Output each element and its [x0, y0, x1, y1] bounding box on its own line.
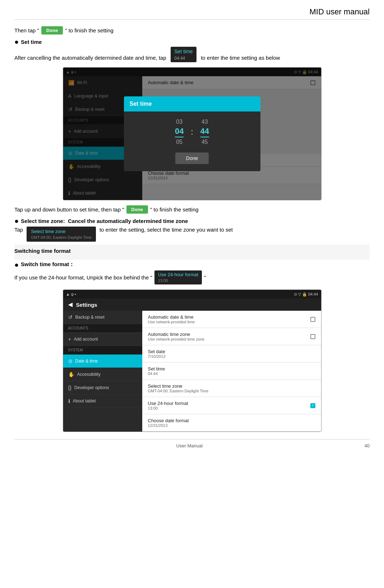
- set-date-sub: 7/10/2013: [148, 354, 166, 359]
- date-format-row-2[interactable]: Choose date format 12/31/2013: [142, 414, 321, 432]
- app-bar: ◀ Settings: [63, 298, 321, 311]
- settings-screen-2: ↺ Backup & reset ACCOUNTS + Add account …: [63, 311, 321, 432]
- switch-time-format-bullet: ● Switch time format：: [14, 261, 370, 268]
- page-title: MID user manual: [14, 7, 370, 20]
- switching-format-label: Switching time format: [14, 247, 370, 255]
- sidebar2-system-header: SYSTEM: [63, 346, 142, 355]
- tap-instruction: Tap up and down button to set time, then…: [14, 205, 370, 214]
- set-time-col: Set time 04:44: [148, 366, 165, 376]
- select-tz-bullet: ● Select time zone: Cancel the automatic…: [14, 217, 370, 224]
- time-picker: 03 04 05 : 43 44 45: [175, 119, 209, 145]
- sidebar2-developer[interactable]: {} Developer options: [63, 381, 142, 395]
- done-button-tap: Done: [126, 205, 148, 214]
- add-icon-2: +: [68, 336, 71, 342]
- page-number: 40: [365, 443, 370, 448]
- date-time-icon-2: ⊙: [68, 358, 73, 364]
- screenshot-1: ▲ ψ ▪ ⊙ ▽ 🔒 04:44 📶 Wi-Fi A Language & i…: [63, 67, 321, 200]
- set-time-body: After cancelling the automatically deter…: [14, 47, 370, 62]
- date-format-col-2: Choose date format 12/31/2013: [148, 418, 189, 428]
- backup-icon-2: ↺: [68, 314, 73, 320]
- body-text-1: After cancelling the automatically deter…: [14, 55, 166, 61]
- select-tz-sub-2: GMT-04:00, Eastern Daylight Time: [148, 389, 209, 393]
- auto-tz-sub: Use network-provided time zone: [148, 337, 205, 341]
- bullet-dot: ●: [14, 38, 19, 45]
- select-tz-label: Select time zone: Cancel the automatical…: [21, 218, 188, 224]
- dialog-body: 03 04 05 : 43 44 45 Done: [124, 111, 260, 171]
- hours-selected: 04: [175, 127, 184, 137]
- finish-setting-text: " to finish the setting: [65, 27, 114, 33]
- tap-text-2: " to finish the setting: [150, 206, 199, 213]
- tap-tz-text1: Tap: [14, 227, 23, 233]
- auto-tz-row[interactable]: Automatic time zone Use network-provided…: [142, 328, 321, 345]
- dialog-box: Set time 03 04 05 : 43 44 45 Done: [124, 96, 260, 171]
- accessibility-icon-2: ✋: [68, 372, 74, 377]
- app-bar-title: Settings: [76, 302, 97, 308]
- switch-tf-label: Switch time format：: [21, 261, 74, 268]
- set-time-badge: Set time 04:44: [171, 47, 196, 62]
- mins-top: 43: [202, 119, 208, 125]
- set-time-row[interactable]: Set time 04:44: [142, 363, 321, 380]
- use24-row[interactable]: Use 24-hour format 13:00: [142, 397, 321, 414]
- set-time-section: ● Set time After cancelling the automati…: [14, 38, 370, 62]
- screenshot-2: ▲ ψ ▪ ⊙ ▽ 🔒 04:44 ◀ Settings ↺ Backup & …: [63, 290, 321, 432]
- done-button-inline: Done: [41, 26, 63, 35]
- select-tz-badge-title: Select time zone: [31, 229, 65, 234]
- dialog-done-button[interactable]: Done: [175, 152, 209, 164]
- select-tz-badge-sub: GMT-04:00, Eastern Daylight Time: [31, 235, 92, 240]
- use24-badge-title: Use 24-hour format: [158, 272, 198, 277]
- auto-tz-checkbox[interactable]: [310, 334, 315, 339]
- set-time-bullet: ● Set time: [14, 38, 370, 45]
- sidebar2-backup[interactable]: ↺ Backup & reset: [63, 311, 142, 324]
- mins-bottom: 45: [202, 139, 208, 145]
- status-right-text-2: ⊙ ▽ 🔒 04:44: [294, 292, 318, 297]
- sidebar2-accessibility-label: Accessibility: [77, 372, 101, 377]
- status-bar-2: ▲ ψ ▪ ⊙ ▽ 🔒 04:44: [63, 290, 321, 298]
- footer-text: User Manual: [176, 443, 203, 448]
- footer: User Manual 40: [14, 439, 370, 448]
- hours-col: 03 04 05: [175, 119, 184, 145]
- status-right-2: ⊙ ▽ 🔒 04:44: [294, 292, 318, 297]
- sidebar2-date-time[interactable]: ⊙ Date & time: [63, 355, 142, 368]
- set-time-sub-2: 04:44: [148, 372, 165, 376]
- date-format-label-2: Choose date format: [148, 418, 189, 423]
- set-time-badge-title: Set time: [174, 49, 193, 54]
- then-tap-text: Then tap ": [14, 27, 39, 33]
- bullet-dot-2: ●: [14, 217, 19, 224]
- status-left-2: ▲ ψ ▪: [66, 292, 77, 296]
- use24-checkbox[interactable]: [310, 403, 315, 408]
- dialog-title: Set time: [124, 96, 260, 111]
- use24-label: Use 24-hour format: [148, 401, 188, 406]
- back-icon: ◀: [68, 301, 73, 308]
- set-time-dialog: Set time 03 04 05 : 43 44 45 Done: [63, 68, 321, 200]
- sidebar2-about[interactable]: ℹ About tablet: [63, 395, 142, 408]
- sidebar2-about-label: About tablet: [73, 398, 96, 404]
- auto-date-row-2[interactable]: Automatic date & time Use network-provid…: [142, 311, 321, 328]
- about-icon-2: ℹ: [68, 398, 70, 404]
- tap-text-1: Tap up and down button to set time, then…: [14, 206, 124, 213]
- select-tz-row[interactable]: Select time zone GMT-04:00, Eastern Dayl…: [142, 380, 321, 397]
- sidebar2-accessibility[interactable]: ✋ Accessibility: [63, 368, 142, 381]
- settings-main-2: Automatic date & time Use network-provid…: [142, 311, 321, 432]
- auto-date-label-2: Automatic date & time: [148, 314, 195, 320]
- developer-icon-2: {}: [68, 385, 71, 391]
- date-format-sub-2: 12/31/2013: [148, 423, 189, 428]
- auto-date-checkbox-2[interactable]: [310, 317, 315, 322]
- tap-tz-text2: to enter the setting, select the time zo…: [100, 227, 233, 233]
- select-tz-label-2: Select time zone: [148, 383, 209, 389]
- auto-date-col-2: Automatic date & time Use network-provid…: [148, 314, 195, 324]
- sidebar2-accounts-header: ACCOUNTS: [63, 324, 142, 333]
- use24-badge: Use 24-hour format 13:00: [154, 270, 202, 285]
- set-time-badge-time: 04:44: [174, 56, 185, 61]
- select-tz-bold: Select time zone:: [21, 218, 65, 224]
- use24-badge-sub: 13:00: [158, 278, 198, 283]
- sidebar2-date-time-label: Date & time: [75, 359, 98, 364]
- sidebar2-add-account[interactable]: + Add account: [63, 333, 142, 346]
- body-text-2: to enter the time setting as below: [201, 55, 280, 61]
- mins-selected: 44: [200, 127, 209, 137]
- set-date-label: Set date: [148, 349, 166, 354]
- sidebar2-add-account-label: Add account: [74, 337, 98, 342]
- sidebar-2: ↺ Backup & reset ACCOUNTS + Add account …: [63, 311, 142, 432]
- hours-top: 03: [176, 119, 182, 125]
- select-tz-badge: Select time zone GMT-04:00, Eastern Dayl…: [27, 227, 96, 242]
- set-date-row[interactable]: Set date 7/10/2013: [142, 345, 321, 363]
